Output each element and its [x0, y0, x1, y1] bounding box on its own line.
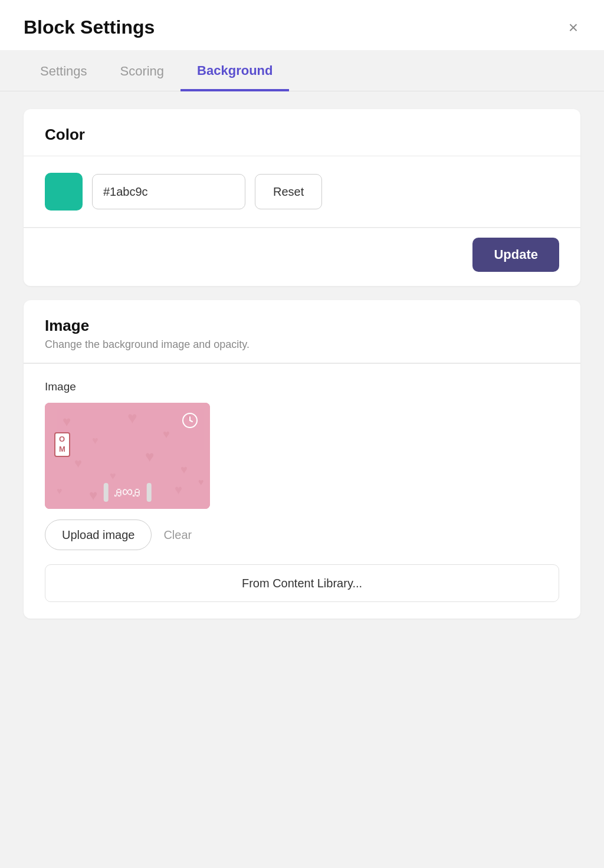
clock-icon: [182, 412, 198, 432]
color-card-header: Color: [24, 109, 580, 156]
upload-image-button[interactable]: Upload image: [45, 520, 152, 550]
room-sign: O M: [54, 432, 70, 457]
svg-text:♥: ♥: [163, 428, 170, 440]
svg-text:♥: ♥: [74, 456, 82, 471]
color-card-title: Color: [45, 126, 559, 144]
panel-body: Color Reset Update Image Change the back…: [0, 91, 604, 868]
svg-text:♥: ♥: [145, 448, 154, 465]
svg-text:♥: ♥: [175, 482, 182, 497]
stand-left: [104, 483, 109, 502]
bottom-decorations: ꭿ∞ꭿ: [104, 482, 152, 502]
color-swatch[interactable]: [45, 173, 83, 211]
color-card: Color Reset Update: [24, 109, 580, 286]
tab-settings[interactable]: Settings: [24, 51, 104, 91]
image-preview: ♥ ♥ ♥ ♥ ♥ ♥ ♥ ♥ ♥ ♥ ♥ ♥ ♥ ♥: [45, 403, 210, 509]
image-actions: Upload image Clear: [45, 520, 559, 550]
reset-button[interactable]: Reset: [255, 174, 322, 209]
image-card-subtitle: Change the background image and opacity.: [45, 338, 559, 351]
image-label: Image: [45, 380, 559, 393]
block-settings-panel: Block Settings × Settings Scoring Backgr…: [0, 0, 604, 868]
svg-text:♥: ♥: [63, 413, 71, 429]
color-card-body: Reset: [24, 156, 580, 227]
image-card: Image Change the background image and op…: [24, 300, 580, 619]
clear-button[interactable]: Clear: [163, 528, 192, 542]
svg-text:♥: ♥: [180, 463, 188, 476]
svg-text:♥: ♥: [57, 486, 63, 496]
svg-text:♥: ♥: [127, 409, 137, 427]
panel-header: Block Settings ×: [0, 0, 604, 50]
svg-text:♥: ♥: [198, 477, 204, 487]
content-library-button[interactable]: From Content Library...: [45, 564, 559, 602]
image-card-header: Image Change the background image and op…: [24, 300, 580, 363]
tabs-bar: Settings Scoring Background: [0, 50, 604, 91]
panel-title: Block Settings: [24, 17, 155, 38]
swirl-decoration: ꭿ∞ꭿ: [114, 482, 141, 501]
svg-text:♥: ♥: [92, 435, 99, 446]
svg-text:♥: ♥: [89, 487, 97, 503]
color-row: Reset: [45, 173, 559, 211]
tab-scoring[interactable]: Scoring: [104, 51, 181, 91]
tab-background[interactable]: Background: [180, 50, 289, 91]
svg-text:♥: ♥: [110, 470, 116, 482]
update-button[interactable]: Update: [472, 238, 559, 272]
image-card-title: Image: [45, 317, 559, 335]
image-card-body: Image ♥ ♥ ♥ ♥ ♥ ♥ ♥ ♥ ♥: [24, 364, 580, 619]
stand-right: [146, 483, 151, 502]
color-hex-input[interactable]: [92, 174, 245, 209]
close-button[interactable]: ×: [566, 17, 580, 38]
svg-line-16: [190, 420, 192, 422]
color-card-footer: Update: [24, 228, 580, 286]
